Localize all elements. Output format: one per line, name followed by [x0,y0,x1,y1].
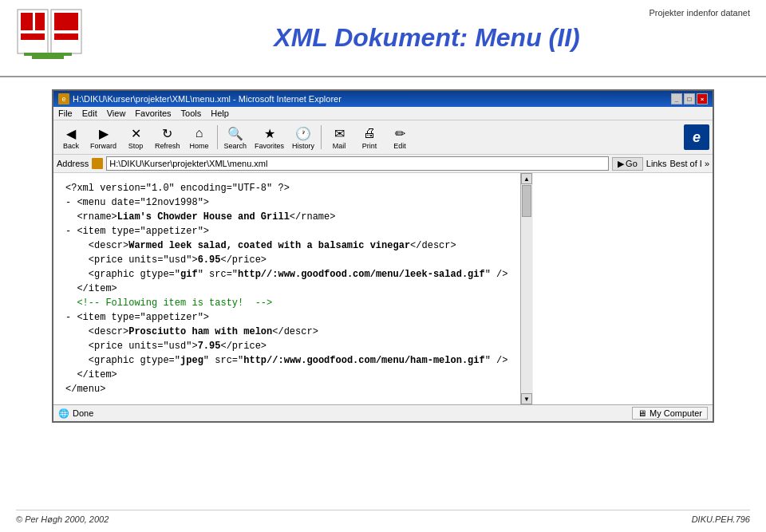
menu-edit[interactable]: Edit [82,108,97,118]
xml-line-2: <rname>Liam's Chowder House and Grill</r… [65,210,508,224]
xml-line-0: <?xml version="1.0" encoding="UTF-8" ?> [65,181,508,195]
svg-rect-7 [24,53,72,56]
menu-file[interactable]: File [58,108,73,118]
back-icon: ◀ [61,124,81,142]
titlebar-left: e H:\DIKU\Kurser\projekter\XML\menu.xml … [58,93,342,104]
statusbar-right: 🖥 My Computer [632,407,708,420]
xml-line-10: <descr>Prosciutto ham with melon</descr> [65,325,508,339]
browser-scrollbar[interactable]: ▲ ▼ [520,173,533,404]
xml-line-3: - <item type="appetizer"> [65,224,508,238]
statusbar-left: 🌐 Done [58,408,93,419]
history-icon: 🕐 [294,124,313,142]
menu-view[interactable]: View [107,108,126,118]
scrollbar-down[interactable]: ▼ [521,393,532,404]
home-button[interactable]: ⌂ Home [185,123,214,152]
mail-label: Mail [333,142,346,150]
toolbar-sep-1 [217,125,218,149]
browser-menubar: File Edit View Favorites Tools Help [53,107,713,120]
search-label: Search [224,142,247,150]
go-arrow-icon: ▶ [618,159,624,169]
titlebar-buttons: _ □ × [671,93,708,104]
scrollbar-thumb[interactable] [522,185,531,217]
back-button[interactable]: ◀ Back [57,123,85,152]
top-right-label: Projekter indenfor datanet [649,8,750,18]
xml-line-8: <!-- Following item is tasty! --> [65,296,508,310]
home-label: Home [190,142,209,150]
refresh-button[interactable]: ↻ Refresh [152,123,184,152]
mail-button[interactable]: ✉ Mail [325,123,353,152]
favorites-label: Favorites [255,142,284,150]
forward-button[interactable]: ▶ Forward [87,123,120,152]
scrollbar-up[interactable]: ▲ [521,173,532,184]
history-button[interactable]: 🕐 History [289,123,318,152]
svg-rect-3 [35,13,45,30]
browser-window: e H:\DIKU\Kurser\projekter\XML\menu.xml … [52,89,714,423]
edit-button[interactable]: ✏ Edit [385,123,414,152]
xml-line-7: </item> [65,282,508,296]
favorites-button[interactable]: ★ Favorites [251,123,287,152]
edit-icon: ✏ [390,124,409,142]
close-button[interactable]: × [697,93,708,104]
ie-logo: e [684,124,709,150]
address-input[interactable] [106,156,609,171]
svg-rect-8 [32,56,64,59]
favorites-icon: ★ [260,124,279,142]
browser-titlebar: e H:\DIKU\Kurser\projekter\XML\menu.xml … [53,91,713,107]
browser-addressbar: Address ▶ Go Links Best of I » [53,155,713,173]
browser-inner: <?xml version="1.0" encoding="UTF-8" ?> … [53,173,713,404]
header: XML Dokument: Menu (II) Projekter indenf… [0,0,766,77]
computer-text: My Computer [650,408,702,418]
footer-id: DIKU.PEH.796 [692,514,750,524]
menu-tools[interactable]: Tools [181,108,202,118]
browser-icon: e [58,93,69,104]
links-label: Links [646,159,667,168]
maximize-button[interactable]: □ [684,93,695,104]
menu-favorites[interactable]: Favorites [135,108,171,118]
xml-line-1: - <menu date="12nov1998"> [65,195,508,210]
stop-icon: ✕ [126,124,145,142]
browser-toolbar: ◀ Back ▶ Forward ✕ Stop ↻ Refresh ⌂ Home… [53,120,713,155]
xml-line-6: <graphic gtype="gif" src="http//:www.goo… [65,267,508,282]
footer-copyright: © Per Høgh 2000, 2002 [16,514,109,524]
stop-button[interactable]: ✕ Stop [121,123,150,152]
page-title: XML Dokument: Menu (II) [104,23,750,53]
status-icon: 🌐 [58,408,69,419]
refresh-label: Refresh [155,142,180,150]
print-label: Print [362,142,377,150]
stop-label: Stop [128,142,144,150]
print-button[interactable]: 🖨 Print [355,123,384,152]
forward-icon: ▶ [94,124,113,142]
go-label: Go [626,159,638,168]
xml-line-14: </menu> [65,382,508,396]
back-label: Back [63,142,79,150]
toolbar-sep-2 [321,125,322,149]
xml-line-4: <descr>Warmed leek salad, coated with a … [65,238,508,253]
search-icon: 🔍 [226,124,245,142]
mail-icon: ✉ [330,124,349,142]
refresh-icon: ↻ [158,124,177,142]
logo [16,8,88,68]
browser-statusbar: 🌐 Done 🖥 My Computer [53,404,713,421]
minimize-button[interactable]: _ [671,93,682,104]
go-button[interactable]: ▶ Go [612,157,643,171]
browser-content: <?xml version="1.0" encoding="UTF-8" ?> … [53,173,520,404]
home-icon: ⌂ [190,124,209,142]
svg-rect-6 [54,33,78,40]
computer-icon: 🖥 [638,408,646,418]
svg-rect-5 [21,33,45,40]
xml-line-11: <price units="usd">7.95</price> [65,339,508,353]
svg-rect-4 [54,13,78,30]
xml-line-9: - <item type="appetizer"> [65,310,508,325]
edit-label: Edit [393,142,406,150]
browser-title: H:\DIKU\Kurser\projekter\XML\menu.xml - … [73,94,342,104]
address-label: Address [57,159,89,168]
menu-help[interactable]: Help [211,108,229,118]
print-icon: 🖨 [360,124,379,142]
main-content: e H:\DIKU\Kurser\projekter\XML\menu.xml … [0,77,766,435]
xml-line-5: <price units="usd">6.95</price> [65,253,508,267]
search-button[interactable]: 🔍 Search [221,123,251,152]
xml-line-12: <graphic gtype="jpeg" src="http//:www.go… [65,353,508,368]
address-icon [92,158,103,169]
scrollbar-track [521,184,532,393]
footer: © Per Høgh 2000, 2002 DIKU.PEH.796 [16,510,750,524]
